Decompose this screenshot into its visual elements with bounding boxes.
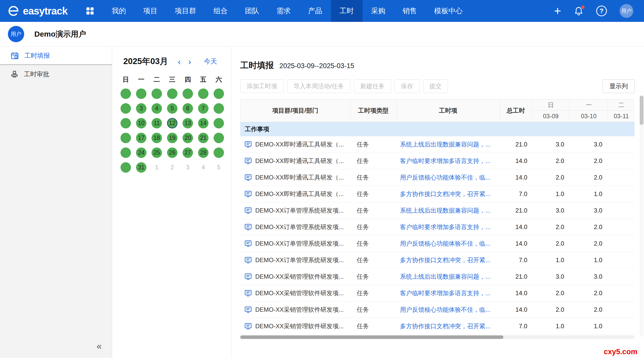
- calendar-day[interactable]: [211, 101, 227, 116]
- mon-hours-cell[interactable]: 3.0: [570, 207, 608, 214]
- calendar-day[interactable]: 20: [180, 130, 196, 145]
- sun-hours-cell[interactable]: 3.0: [532, 273, 570, 280]
- calendar-day[interactable]: 5: [211, 160, 227, 175]
- calendar-day[interactable]: 28: [196, 145, 211, 160]
- nav-item[interactable]: 项目群: [166, 0, 205, 22]
- sidebar-collapse-icon[interactable]: «: [97, 341, 102, 352]
- horizontal-scrollbar[interactable]: [240, 335, 635, 339]
- work-item-link[interactable]: 客户临时要求增加多语言支持，...: [396, 223, 500, 231]
- work-item-link[interactable]: 系统上线后出现数据兼容问题，...: [396, 206, 500, 215]
- add-icon[interactable]: +: [554, 5, 561, 17]
- notification-bell-icon[interactable]: [574, 6, 583, 16]
- work-item-link[interactable]: 多方协作接口文档冲突，召开紧...: [396, 322, 500, 330]
- nav-item[interactable]: 团队: [236, 0, 268, 22]
- mon-hours-cell[interactable]: 2.0: [570, 306, 608, 313]
- calendar-day[interactable]: 1: [149, 160, 164, 175]
- work-item-link[interactable]: 系统上线后出现数据兼容问题，...: [396, 273, 500, 281]
- calendar-day[interactable]: 6: [180, 101, 196, 116]
- calendar-day[interactable]: [164, 86, 180, 101]
- calendar-day[interactable]: 12: [164, 116, 180, 130]
- vertical-scrollbar-thumb[interactable]: [640, 96, 643, 125]
- calendar-day[interactable]: [118, 116, 133, 130]
- calendar-day[interactable]: 4: [196, 160, 211, 175]
- calendar-day[interactable]: 31: [133, 160, 149, 175]
- calendar-day[interactable]: [118, 101, 133, 116]
- calendar-day[interactable]: 4: [149, 101, 164, 116]
- vertical-scrollbar[interactable]: [640, 96, 643, 337]
- calendar-day[interactable]: [211, 116, 227, 130]
- sun-hours-cell[interactable]: 2.0: [532, 157, 570, 165]
- sun-hours-cell[interactable]: 2.0: [532, 223, 570, 231]
- sun-hours-cell[interactable]: 1.0: [532, 190, 570, 198]
- toolbar-button[interactable]: 导入本周活动/任务: [287, 79, 350, 93]
- calendar-day[interactable]: 26: [164, 145, 180, 160]
- mon-hours-cell[interactable]: 1.0: [570, 257, 608, 264]
- sidebar-item-timesheet-fill[interactable]: 工时填报: [0, 47, 112, 65]
- calendar-day[interactable]: 21: [196, 130, 211, 145]
- work-item-link[interactable]: 客户临时要求增加多语言支持，...: [396, 157, 500, 165]
- calendar-day[interactable]: [133, 86, 149, 101]
- nav-item[interactable]: 组合: [205, 0, 236, 22]
- sun-hours-cell[interactable]: 3.0: [532, 207, 570, 214]
- toolbar-button[interactable]: 保存: [395, 79, 420, 93]
- work-item-link[interactable]: 系统上线后出现数据兼容问题，...: [396, 140, 500, 148]
- calendar-day[interactable]: 25: [149, 145, 164, 160]
- calendar-day[interactable]: 3: [180, 160, 196, 175]
- calendar-day[interactable]: 14: [196, 116, 211, 130]
- horizontal-scrollbar-thumb[interactable]: [240, 335, 503, 339]
- calendar-day[interactable]: 24: [133, 145, 149, 160]
- calendar-today-button[interactable]: 今天: [204, 57, 217, 66]
- calendar-day[interactable]: 19: [164, 130, 180, 145]
- sun-hours-cell[interactable]: 2.0: [532, 306, 570, 313]
- calendar-prev-icon[interactable]: ‹: [178, 57, 181, 66]
- toolbar-button[interactable]: 添加工时项: [240, 79, 283, 93]
- work-item-link[interactable]: 客户临时要求增加多语言支持，...: [396, 289, 500, 297]
- toolbar-button[interactable]: 新建任务: [354, 79, 391, 93]
- display-columns-button[interactable]: 显示列: [603, 79, 635, 93]
- nav-item[interactable]: 采购: [363, 0, 394, 22]
- apps-grid-icon[interactable]: [86, 7, 94, 15]
- nav-item[interactable]: 销售: [394, 0, 426, 22]
- work-item-link[interactable]: 用户反馈核心功能体验不佳，临...: [396, 306, 500, 314]
- mon-hours-cell[interactable]: 2.0: [570, 240, 608, 247]
- nav-item[interactable]: 产品: [299, 0, 331, 22]
- calendar-day[interactable]: [118, 86, 133, 101]
- calendar-day[interactable]: [118, 160, 133, 175]
- calendar-day[interactable]: [180, 86, 196, 101]
- calendar-day[interactable]: 17: [133, 130, 149, 145]
- work-item-link[interactable]: 多方协作接口文档冲突，召开紧...: [396, 256, 500, 264]
- work-item-link[interactable]: 用户反馈核心功能体验不佳，临...: [396, 173, 500, 182]
- logo[interactable]: easytrack: [7, 5, 68, 17]
- user-avatar[interactable]: 用户: [620, 4, 633, 18]
- sun-hours-cell[interactable]: 3.0: [532, 141, 570, 148]
- sidebar-item-timesheet-approval[interactable]: 工时审批: [0, 65, 112, 83]
- calendar-day[interactable]: [211, 145, 227, 160]
- calendar-day[interactable]: 18: [149, 130, 164, 145]
- toolbar-button[interactable]: 提交: [423, 79, 448, 93]
- work-item-link[interactable]: 多方协作接口文档冲突，召开紧...: [396, 190, 500, 198]
- nav-item[interactable]: 需求: [268, 0, 299, 22]
- sun-hours-cell[interactable]: 1.0: [532, 257, 570, 264]
- nav-item[interactable]: 工时: [331, 0, 363, 22]
- mon-hours-cell[interactable]: 3.0: [570, 273, 608, 280]
- calendar-next-icon[interactable]: ›: [188, 57, 191, 66]
- sun-hours-cell[interactable]: 2.0: [532, 290, 570, 297]
- sun-hours-cell[interactable]: 2.0: [532, 174, 570, 181]
- calendar-day[interactable]: 7: [196, 101, 211, 116]
- mon-hours-cell[interactable]: 3.0: [570, 141, 608, 148]
- work-item-link[interactable]: 用户反馈核心功能体验不佳，临...: [396, 240, 500, 248]
- calendar-day[interactable]: 2: [164, 160, 180, 175]
- nav-item[interactable]: 模板中心: [426, 0, 471, 22]
- mon-hours-cell[interactable]: 1.0: [570, 190, 608, 198]
- calendar-day[interactable]: 10: [133, 116, 149, 130]
- sun-hours-cell[interactable]: 2.0: [532, 240, 570, 247]
- mon-hours-cell[interactable]: 2.0: [570, 223, 608, 231]
- mon-hours-cell[interactable]: 2.0: [570, 290, 608, 297]
- calendar-day[interactable]: 5: [164, 101, 180, 116]
- calendar-day[interactable]: 11: [149, 116, 164, 130]
- nav-item[interactable]: 我的: [103, 0, 135, 22]
- calendar-day[interactable]: 13: [180, 116, 196, 130]
- calendar-day[interactable]: 27: [180, 145, 196, 160]
- calendar-day[interactable]: [211, 86, 227, 101]
- sun-hours-cell[interactable]: 1.0: [532, 323, 570, 330]
